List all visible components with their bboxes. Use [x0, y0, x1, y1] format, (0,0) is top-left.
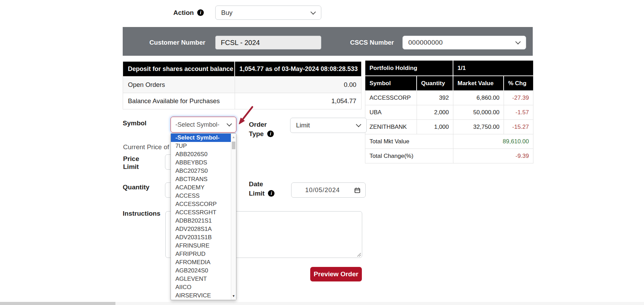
cell-market-value: 50,000.00: [453, 105, 504, 119]
column-header-market-value: Market Value: [453, 76, 504, 90]
preview-order-label: Preview Order: [314, 270, 358, 278]
scroll-down-icon[interactable]: ▼: [231, 295, 236, 298]
customer-number-value: FCSL - 2024: [221, 39, 260, 47]
cell-pct-chg: -1.57: [504, 105, 533, 119]
column-header-symbol: Symbol: [365, 76, 417, 90]
chevron-down-icon: [227, 121, 232, 127]
dropdown-option[interactable]: AFROMEDIA: [171, 258, 231, 267]
horizontal-scrollbar-thumb[interactable]: [0, 302, 115, 305]
info-icon: i: [267, 131, 274, 137]
horizontal-scrollbar[interactable]: [0, 302, 644, 305]
scrollbar-thumb[interactable]: [232, 142, 235, 149]
dropdown-option[interactable]: AFRIPRUD: [171, 250, 231, 258]
balance-header-value: 1,054.77 as of 03-May-2024 08:08:28.533: [235, 62, 361, 76]
date-limit-label: Date Limit i: [249, 179, 275, 198]
total-mkt-value-label: Total Mkt Value: [365, 134, 453, 149]
dropdown-option[interactable]: ADBB2021S1: [171, 217, 231, 225]
portfolio-page-indicator: 1/1: [453, 61, 533, 75]
dropdown-option[interactable]: ACCESSRGHT: [171, 208, 231, 217]
total-change-label: Total Change(%): [365, 149, 453, 163]
cell-quantity: 392: [417, 91, 453, 105]
column-header-quantity: Quantity: [417, 76, 453, 90]
cell-market-value: 6,860.00: [453, 91, 504, 105]
dropdown-option[interactable]: ABC2027S0: [171, 167, 231, 175]
cell-symbol: ACCESSCORP: [365, 91, 417, 105]
portfolio-title-row: Portfolio Holding 1/1: [365, 61, 533, 75]
price-limit-label: Price Limit: [123, 155, 139, 171]
order-entry-page: Action i Buy Customer Number FCSL - 2024…: [0, 0, 644, 305]
symbol-select-value: -Select Symbol-: [175, 121, 219, 128]
dropdown-option[interactable]: ACCESS: [171, 192, 231, 200]
dropdown-option[interactable]: AGB2024S0: [171, 267, 231, 275]
dropdown-option[interactable]: AFRINSURE: [171, 242, 231, 250]
balance-available-label: Balance Available for Purchases: [123, 93, 235, 109]
info-icon: i: [197, 9, 204, 16]
action-field-label-group: Action i: [173, 9, 204, 17]
dropdown-scrollbar[interactable]: ▲ ▼: [231, 134, 236, 300]
resize-handle-icon[interactable]: [357, 253, 361, 257]
date-limit-input[interactable]: 10/05/2024: [291, 182, 366, 198]
cell-quantity: 2,000: [417, 105, 453, 119]
total-change-row: Total Change(%) -9.39: [365, 149, 533, 163]
dropdown-option[interactable]: AIRSERVICE: [171, 291, 231, 300]
balance-header-label: Deposit for shares account balance: [123, 62, 235, 76]
action-select[interactable]: Buy: [215, 6, 321, 20]
table-row: ZENITHBANK 1,000 32,750.00 -15.27: [365, 119, 533, 134]
column-header-pct-chg: % Chg: [504, 76, 533, 90]
current-price-label: Current Price of: [123, 143, 169, 151]
cell-market-value: 32,750.00: [453, 120, 504, 134]
cell-pct-chg: -27.39: [504, 91, 533, 105]
quantity-label: Quantity: [123, 183, 149, 191]
table-row: ACCESSCORP 392 6,860.00 -27.39: [365, 90, 533, 105]
portfolio-table: Portfolio Holding 1/1 Symbol Quantity Ma…: [365, 61, 533, 163]
total-mkt-value: 89,610.00: [453, 134, 533, 149]
dropdown-option[interactable]: ABB2026S0: [171, 150, 231, 159]
open-orders-label: Open Orders: [123, 77, 235, 93]
balance-table: Deposit for shares account balance 1,054…: [123, 62, 362, 109]
dropdown-option-selected[interactable]: -Select Symbol-: [171, 134, 231, 142]
dropdown-option[interactable]: AIICO: [171, 283, 231, 291]
dropdown-option[interactable]: ACCESSCORP: [171, 200, 231, 208]
scroll-up-icon[interactable]: ▲: [231, 136, 236, 139]
dropdown-option[interactable]: ADV2031S1B: [171, 233, 231, 242]
portfolio-title: Portfolio Holding: [365, 61, 453, 75]
customer-number-label: Customer Number: [149, 39, 205, 46]
dropdown-option[interactable]: ABBEYBDS: [171, 159, 231, 167]
cell-pct-chg: -15.27: [504, 120, 533, 134]
instructions-label: Instructions: [123, 209, 160, 217]
chevron-down-icon: [356, 122, 362, 127]
action-select-value: Buy: [221, 9, 233, 17]
preview-order-button[interactable]: Preview Order: [310, 267, 362, 281]
action-label: Action: [173, 9, 194, 17]
date-limit-value: 10/05/2024: [305, 187, 340, 194]
cscs-number-label: CSCS Number: [350, 39, 394, 46]
total-mkt-value-row: Total Mkt Value 89,610.00: [365, 134, 533, 149]
cell-quantity: 1,000: [417, 120, 453, 134]
info-icon: i: [268, 190, 275, 197]
table-row: UBA 2,000 50,000.00 -1.57: [365, 105, 533, 119]
order-type-select[interactable]: Limit: [290, 118, 367, 133]
chevron-down-icon: [515, 39, 521, 45]
customer-number-input[interactable]: FCSL - 2024: [215, 36, 321, 50]
open-orders-value: 0.00: [235, 77, 361, 93]
total-change-value: -9.39: [453, 149, 533, 163]
dropdown-option[interactable]: ABCTRANS: [171, 175, 231, 183]
order-type-value: Limit: [296, 122, 310, 129]
cell-symbol: ZENITHBANK: [365, 120, 417, 134]
cscs-number-value: 000000000: [408, 39, 443, 46]
symbol-dropdown-list: -Select Symbol- 7UP ABB2026S0 ABBEYBDS A…: [171, 133, 236, 300]
cscs-number-select[interactable]: 000000000: [402, 36, 526, 50]
dropdown-option[interactable]: 7UP: [171, 142, 231, 150]
symbol-select[interactable]: -Select Symbol-: [171, 117, 236, 133]
symbol-label: Symbol: [123, 119, 147, 127]
cell-symbol: UBA: [365, 105, 417, 119]
dropdown-option[interactable]: AGLEVENT: [171, 275, 231, 283]
balance-table-header: Deposit for shares account balance 1,054…: [123, 62, 361, 76]
dropdown-option[interactable]: ACADEMY: [171, 183, 231, 192]
arrow-annotation-icon: [234, 105, 254, 126]
portfolio-column-header-row: Symbol Quantity Market Value % Chg: [365, 75, 533, 90]
calendar-icon[interactable]: [354, 187, 360, 194]
dropdown-option[interactable]: ADV2028S1A: [171, 225, 231, 233]
table-row: Open Orders 0.00: [123, 76, 361, 93]
chevron-down-icon: [311, 9, 316, 15]
